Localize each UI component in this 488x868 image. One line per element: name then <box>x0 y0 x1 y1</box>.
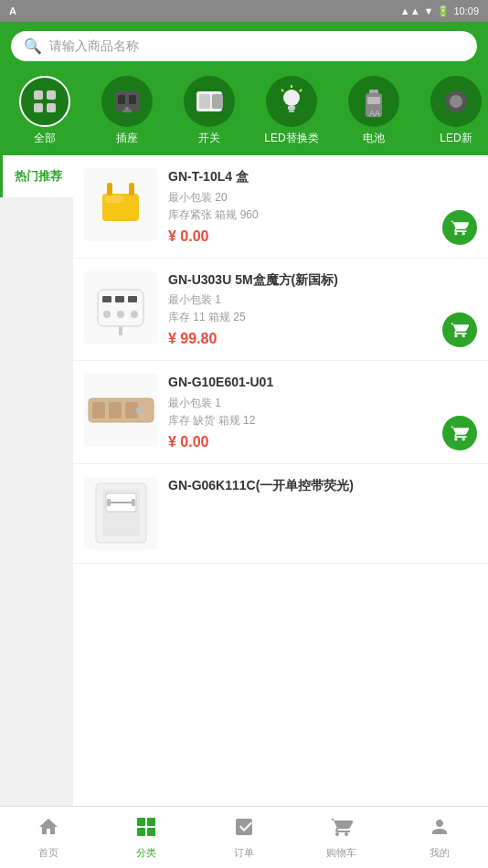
profile-icon <box>429 816 451 843</box>
category-icon-socket <box>101 76 153 127</box>
product-item-2: GN-U303U 5M盒魔方(新国标) 最小包装 1 库存 11 箱规 25 ¥… <box>73 259 488 362</box>
nav-item-category[interactable]: 分类 <box>98 807 196 868</box>
status-bar: A ▲▲ ▼ 🔋 10:09 <box>0 0 488 22</box>
product-min-pack-1: 最小包装 20 <box>168 190 431 206</box>
category-item-socket[interactable]: 插座 <box>86 76 168 146</box>
svg-rect-50 <box>137 828 145 836</box>
category-icon-battery: AA <box>348 76 399 127</box>
svg-rect-19 <box>374 90 378 93</box>
svg-rect-11 <box>212 94 223 109</box>
svg-rect-0 <box>34 90 43 100</box>
cart-icon-3 <box>451 424 469 442</box>
category-label-battery: 电池 <box>363 131 385 146</box>
svg-rect-31 <box>115 296 124 302</box>
category-label-switch: 开关 <box>198 131 220 146</box>
search-placeholder: 请输入商品名称 <box>49 38 139 55</box>
svg-point-35 <box>131 311 138 318</box>
svg-rect-5 <box>118 95 125 104</box>
svg-point-24 <box>450 95 462 108</box>
category-label-led: LED替换类 <box>264 131 318 146</box>
category-label-led2: LED新 <box>440 131 472 146</box>
product-info-2: GN-U303U 5M盒魔方(新国标) 最小包装 1 库存 11 箱规 25 ¥… <box>168 271 431 348</box>
category-icon-led <box>266 76 317 127</box>
svg-rect-21 <box>367 97 380 104</box>
nav-item-cart[interactable]: 购物车 <box>292 807 390 868</box>
svg-rect-1 <box>47 90 56 100</box>
time-label: 10:09 <box>453 5 479 16</box>
add-cart-button-1[interactable] <box>442 210 477 245</box>
svg-line-16 <box>300 90 302 91</box>
cart-nav-icon <box>331 816 353 843</box>
svg-rect-32 <box>128 296 137 302</box>
svg-rect-51 <box>147 828 155 836</box>
add-cart-button-2[interactable] <box>442 312 477 347</box>
bottom-nav: 首页 分类 订单 购物车 我的 <box>0 806 488 868</box>
category-item-led[interactable]: LED替换类 <box>250 76 333 146</box>
product-name-1: GN-T-10L4 盒 <box>168 168 431 186</box>
product-price-1: ¥ 0.00 <box>168 228 431 245</box>
nav-label-category: 分类 <box>136 846 156 860</box>
product-min-pack-3: 最小包装 1 <box>168 396 431 411</box>
category-item-led2[interactable]: LED新 <box>415 76 488 146</box>
category-item-switch[interactable]: 开关 <box>168 76 250 146</box>
product-stock-1: 库存紧张 箱规 960 <box>168 207 431 223</box>
svg-text:AA: AA <box>369 109 380 118</box>
main-content: 热门推荐 GN-T-10L4 盒 最小包装 20 库存紧张 <box>0 155 488 810</box>
svg-rect-39 <box>109 402 122 418</box>
product-min-pack-2: 最小包装 1 <box>168 292 431 308</box>
product-name-2: GN-U303U 5M盒魔方(新国标) <box>168 271 431 290</box>
cart-icon-1 <box>451 218 469 237</box>
operator-label: A <box>9 5 16 16</box>
category-nav-icon <box>135 816 157 843</box>
search-icon: 🔍 <box>24 37 42 55</box>
sidebar: 热门推荐 <box>0 155 73 810</box>
svg-rect-47 <box>132 499 135 506</box>
svg-rect-38 <box>92 402 105 418</box>
svg-rect-18 <box>369 90 374 93</box>
svg-point-41 <box>136 407 143 414</box>
svg-rect-46 <box>107 499 111 506</box>
svg-rect-26 <box>107 183 112 196</box>
svg-rect-29 <box>98 290 143 326</box>
svg-rect-8 <box>122 110 132 112</box>
nav-item-home[interactable]: 首页 <box>0 807 98 868</box>
svg-line-17 <box>281 90 283 91</box>
svg-rect-3 <box>47 103 56 112</box>
svg-rect-49 <box>147 818 155 826</box>
order-icon <box>233 816 255 843</box>
cart-icon-2 <box>451 321 469 339</box>
category-icon-switch <box>184 76 235 127</box>
home-icon <box>37 816 59 843</box>
svg-rect-10 <box>199 94 210 109</box>
category-item-all[interactable]: 全部 <box>4 76 86 146</box>
signal-icon: ▲▲ <box>400 5 420 16</box>
search-bar[interactable]: 🔍 请输入商品名称 <box>11 31 477 61</box>
product-price-2: ¥ 99.80 <box>168 331 431 347</box>
nav-label-order: 订单 <box>234 846 254 860</box>
battery-icon: 🔋 <box>437 5 450 17</box>
svg-point-12 <box>283 90 300 106</box>
nav-item-profile[interactable]: 我的 <box>390 807 488 868</box>
product-image-1 <box>84 168 157 241</box>
nav-item-order[interactable]: 订单 <box>196 807 293 868</box>
product-item-1: GN-T-10L4 盒 最小包装 20 库存紧张 箱规 960 ¥ 0.00 <box>73 155 488 259</box>
product-stock-2: 库存 11 箱规 25 <box>168 310 431 325</box>
category-icon-led2 <box>430 76 482 127</box>
svg-rect-6 <box>129 95 136 104</box>
nav-label-cart: 购物车 <box>326 846 356 860</box>
category-item-battery[interactable]: AA 电池 <box>333 76 415 146</box>
svg-rect-40 <box>125 402 138 418</box>
category-label-all: 全部 <box>34 131 56 146</box>
category-icon-all <box>19 76 70 127</box>
svg-rect-2 <box>34 103 43 112</box>
product-image-4 <box>84 477 157 550</box>
status-icons: ▲▲ ▼ 🔋 10:09 <box>400 5 479 17</box>
sidebar-item-hot[interactable]: 热门推荐 <box>0 155 73 197</box>
product-info-1: GN-T-10L4 盒 最小包装 20 库存紧张 箱规 960 ¥ 0.00 <box>168 168 431 245</box>
svg-rect-27 <box>129 183 134 196</box>
svg-rect-48 <box>137 818 145 826</box>
product-image-3 <box>84 374 157 447</box>
product-name-4: GN-G06K111C(一开单控带荧光) <box>168 477 477 495</box>
add-cart-button-3[interactable] <box>442 416 477 450</box>
product-item-4: GN-G06K111C(一开单控带荧光) <box>73 464 488 564</box>
